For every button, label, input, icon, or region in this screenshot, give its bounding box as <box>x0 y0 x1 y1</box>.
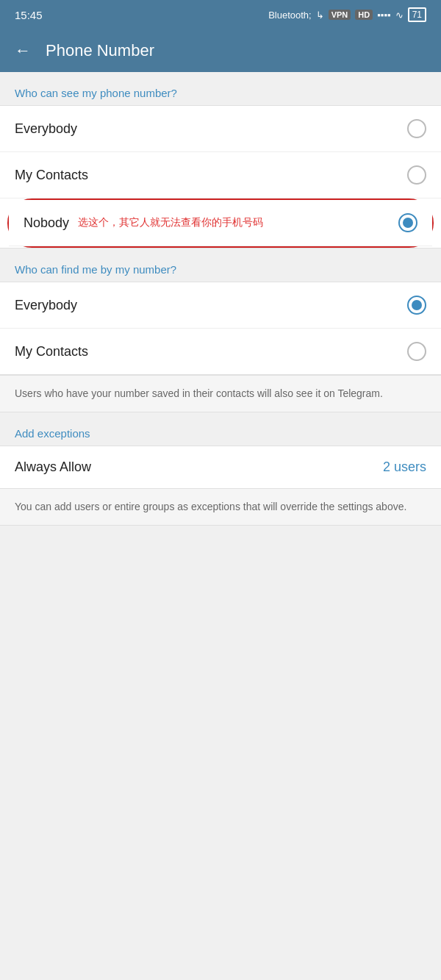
bluetooth-icon: Bluetooth; <box>268 10 312 21</box>
section2-label: Who can find me by my number? <box>0 248 441 282</box>
option-mycontacts1[interactable]: My Contacts <box>0 152 441 198</box>
mycontacts1-label: My Contacts <box>15 168 88 183</box>
hd-badge: HD <box>355 10 373 20</box>
option-everybody1[interactable]: Everybody <box>0 106 441 152</box>
exceptions-label: Add exceptions <box>0 412 441 446</box>
always-allow-label: Always Allow <box>15 459 91 475</box>
bluetooth-icon: ↳ <box>316 10 324 21</box>
option-everybody2[interactable]: Everybody <box>0 282 441 329</box>
section2-options: Everybody My Contacts <box>0 282 441 375</box>
section1-label: Who can see my phone number? <box>0 72 441 105</box>
everybody1-label: Everybody <box>15 121 77 137</box>
empty-space <box>0 555 441 761</box>
back-button[interactable]: ← <box>12 38 34 63</box>
app-header: ← Phone Number <box>0 29 441 72</box>
mycontacts2-label: My Contacts <box>15 344 88 360</box>
status-bar: 15:45 Bluetooth; ↳ VPN HD ▪▪▪▪ ∿ 71 <box>0 0 441 29</box>
section2-info: Users who have your number saved in thei… <box>0 375 441 412</box>
mycontacts1-radio[interactable] <box>407 165 426 185</box>
wifi-icon: ∿ <box>395 10 404 21</box>
signal-icon: ▪▪▪▪ <box>377 10 390 21</box>
main-content: Who can see my phone number? Everybody M… <box>0 72 441 761</box>
nobody-annotation: 选这个，其它人就无法查看你的手机号码 <box>78 216 263 229</box>
status-icons: Bluetooth; ↳ VPN HD ▪▪▪▪ ∿ 71 <box>268 7 426 22</box>
bottom-spacer <box>0 526 441 555</box>
always-allow-row[interactable]: Always Allow 2 users <box>0 446 441 489</box>
mycontacts2-radio[interactable] <box>407 342 426 361</box>
nobody-radio[interactable] <box>398 213 417 232</box>
everybody2-radio[interactable] <box>407 296 426 315</box>
nobody-inner: Nobody 选这个，其它人就无法查看你的手机号码 <box>24 215 263 231</box>
status-time: 15:45 <box>15 9 43 21</box>
option-nobody-wrapper: Nobody 选这个，其它人就无法查看你的手机号码 <box>7 198 434 248</box>
battery-icon: 71 <box>408 7 426 22</box>
everybody2-label: Everybody <box>15 298 77 313</box>
everybody1-radio[interactable] <box>407 119 426 138</box>
nobody-label: Nobody <box>24 215 69 231</box>
option-mycontacts2[interactable]: My Contacts <box>0 329 441 374</box>
users-count: 2 users <box>383 459 426 475</box>
page-title: Phone Number <box>46 41 154 60</box>
option-nobody[interactable]: Nobody 选这个，其它人就无法查看你的手机号码 <box>9 200 432 246</box>
vpn-badge: VPN <box>329 10 351 20</box>
section1-options: Everybody My Contacts Nobody 选这个，其它人就无法查… <box>0 105 441 248</box>
exceptions-info: You can add users or entire groups as ex… <box>0 489 441 526</box>
